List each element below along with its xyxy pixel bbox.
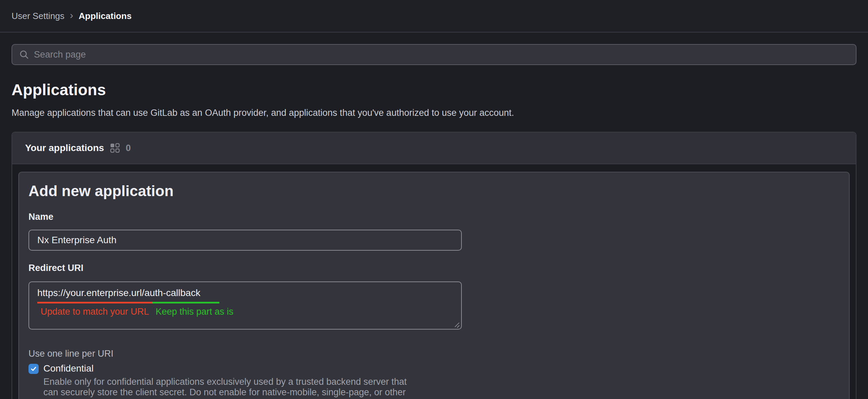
red-underline-annotation <box>37 302 152 303</box>
search-input[interactable] <box>34 49 849 60</box>
redirect-uri-callback-part: /auth-callback <box>142 288 200 298</box>
confidential-help-line: Enable only for confidential application… <box>43 377 840 387</box>
breadcrumb-user-settings[interactable]: User Settings <box>12 11 64 21</box>
red-annotation-text: Update to match your URL <box>37 307 152 317</box>
page-content: Applications Manage applications that ca… <box>0 44 868 399</box>
confidential-label[interactable]: Confidential <box>43 363 94 374</box>
your-applications-panel: Your applications 0 Add new application … <box>12 132 856 399</box>
confidential-help-line: can securely store the client secret. Do… <box>43 387 840 398</box>
page-description: Manage applications that can use GitLab … <box>12 108 856 118</box>
breadcrumb: User Settings › Applications <box>12 10 132 22</box>
search-box[interactable] <box>12 44 856 65</box>
add-new-application-card: Add new application Name Redirect URI ht… <box>18 172 850 399</box>
confidential-help: Enable only for confidential application… <box>43 377 840 399</box>
applications-grid-icon <box>110 143 120 153</box>
redirect-uri-textarea[interactable]: https://your.enterprise.url/auth-callbac… <box>28 281 462 330</box>
add-new-application-title: Add new application <box>28 183 840 200</box>
checkmark-icon <box>30 365 37 372</box>
top-bar: User Settings › Applications <box>0 0 868 33</box>
redirect-uri-value: https://your.enterprise.url/auth-callbac… <box>37 288 200 298</box>
confidential-row: Confidential <box>28 363 840 374</box>
your-applications-body: Add new application Name Redirect URI ht… <box>12 164 856 399</box>
confidential-help-line: JavaScript applications because they can… <box>43 398 840 399</box>
textarea-resize-handle[interactable] <box>454 322 460 328</box>
name-label: Name <box>28 212 840 222</box>
breadcrumb-applications: Applications <box>79 11 132 21</box>
redirect-uri-host-part: https://your.enterprise.url <box>37 288 142 298</box>
green-underline-annotation <box>152 302 219 303</box>
your-applications-title: Your applications <box>25 143 104 153</box>
green-annotation-text: Keep this part as is <box>156 307 234 317</box>
your-applications-header: Your applications 0 <box>12 132 856 164</box>
breadcrumb-separator-icon: › <box>70 10 73 22</box>
redirect-uri-help: Use one line per URI <box>28 349 840 359</box>
redirect-uri-label: Redirect URI <box>28 263 840 273</box>
confidential-checkbox[interactable] <box>28 364 39 374</box>
name-input[interactable] <box>28 230 462 251</box>
applications-count-badge: 0 <box>126 143 131 153</box>
page-title: Applications <box>12 81 856 99</box>
search-icon <box>19 49 29 60</box>
